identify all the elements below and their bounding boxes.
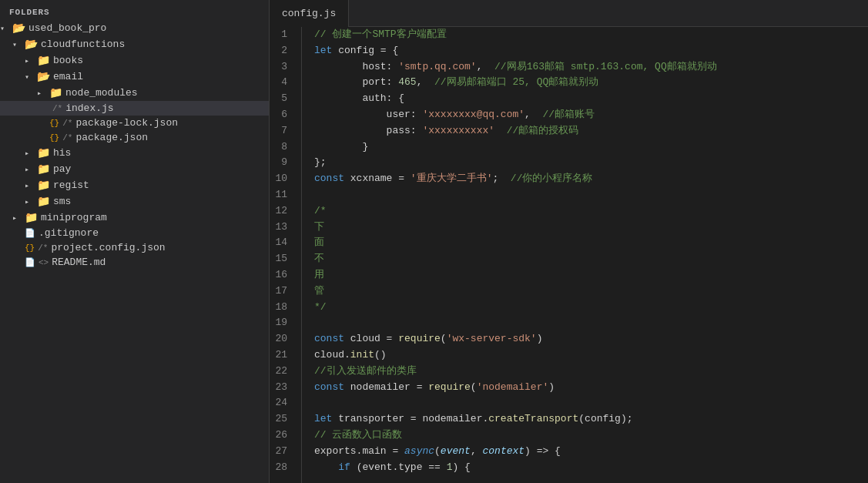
token-plain: ) { (452, 461, 470, 473)
folder-arrow: ▸ (25, 197, 37, 206)
code-line: exports.main = async(event, context) => … (314, 444, 868, 460)
token-string: 'xxxxxxxxxx' (422, 125, 494, 136)
tree-item-package_lock_json[interactable]: {}/*package-lock.json (0, 116, 269, 130)
token-plain: ( (434, 445, 441, 457)
code-line: port: 465, //网易邮箱端口 25, QQ邮箱就别动 (314, 75, 868, 91)
token-plain: cloud = (344, 333, 398, 344)
token-plain: } (314, 141, 368, 153)
line-number: 12 (270, 203, 295, 220)
line-number: 3 (270, 59, 295, 75)
code-line: let transporter = nodemailer.createTrans… (314, 411, 868, 428)
token-plain: host: (314, 61, 398, 72)
tree-item-email[interactable]: ▾📂email (0, 69, 269, 85)
token-var: event (441, 445, 471, 457)
code-line: const cloud = require('wx-server-sdk') (314, 331, 868, 347)
code-line: 用 (314, 267, 868, 283)
folder-arrow: ▸ (12, 213, 25, 223)
folder-arrow: ▾ (0, 24, 12, 33)
tree-item-cloudfunctions[interactable]: ▾📂cloudfunctions (0, 36, 269, 52)
token-keyword: const (314, 381, 344, 393)
line-number: 13 (270, 220, 295, 236)
code-line (314, 395, 868, 411)
tree-item-regist[interactable]: ▸📁regist (0, 177, 269, 193)
tree-item-label: his (53, 147, 269, 159)
tree-item-index_js[interactable]: /*index.js (0, 101, 269, 116)
line-numbers: 1234567891011121314151617181920212223242… (270, 27, 302, 483)
folder-arrow: ▾ (12, 40, 25, 49)
tree-item-label: project.config.json (51, 242, 269, 253)
tree-item-sms[interactable]: ▸📁sms (0, 193, 269, 210)
token-function: require (398, 333, 441, 344)
token-plain: auth: { (314, 92, 404, 104)
token-comment-zh: 下 (314, 221, 324, 233)
token-plain: transporter = nodemailer. (332, 413, 488, 424)
line-number: 10 (270, 171, 295, 187)
tree-item-his[interactable]: ▸📁his (0, 145, 269, 161)
token-plain: config = { (332, 45, 398, 56)
tree-item-package_json[interactable]: {}/*package.json (0, 130, 269, 145)
folder-icon: 📁 (37, 163, 50, 176)
token-comment: //你的小程序名称 (498, 173, 592, 184)
code-lines: // 创建一个SMTP客户端配置let config = { host: 'sm… (302, 27, 868, 483)
token-comment-zh: 不 (314, 253, 324, 264)
code-line: } (314, 139, 868, 156)
token-keyword: if (338, 461, 350, 473)
line-number: 6 (270, 107, 295, 123)
line-number: 20 (270, 331, 295, 347)
line-number: 16 (270, 267, 295, 283)
file-tree: ▾📂used_book_pro▾📂cloudfunctions▸📁books▾📂… (0, 20, 269, 270)
line-number: 11 (270, 187, 295, 203)
tab-bar: config.js (270, 0, 868, 27)
folder-arrow: ▸ (37, 89, 49, 98)
code-area[interactable]: 1234567891011121314151617181920212223242… (270, 27, 868, 483)
tree-item-used_book_pro[interactable]: ▾📂used_book_pro (0, 20, 269, 36)
line-number: 15 (270, 251, 295, 267)
file-prefix: /* (52, 104, 62, 113)
token-plain: (config); (578, 413, 632, 424)
token-plain: , (471, 445, 483, 457)
editor-panel: config.js 123456789101112131415161718192… (270, 0, 868, 483)
tree-item-readme_md[interactable]: 📄<>README.md (0, 255, 269, 270)
tree-item-miniprogram[interactable]: ▸📁miniprogram (0, 210, 269, 226)
tree-item-pay[interactable]: ▸📁pay (0, 161, 269, 177)
line-number: 4 (270, 75, 295, 91)
tree-item-label: README.md (52, 257, 269, 268)
token-function: init (350, 349, 374, 361)
token-plain: }; (314, 156, 327, 168)
token-number: 465 (398, 76, 416, 88)
token-plain: ) => { (524, 445, 561, 457)
token-plain: pass: (314, 125, 422, 136)
folder-arrow: ▸ (25, 56, 37, 65)
tree-item-project_config_json[interactable]: {}/*project.config.json (0, 240, 269, 255)
folder-icon: 📁 (37, 179, 50, 192)
code-line: //引入发送邮件的类库 (314, 364, 868, 380)
token-var: context (482, 445, 524, 457)
tree-item-gitignore[interactable]: 📄.gitignore (0, 226, 269, 240)
token-plain: cloud. (314, 349, 350, 361)
token-plain: ) (548, 381, 555, 393)
tree-item-label: index.js (65, 102, 269, 114)
editor-tab-config-js[interactable]: config.js (270, 0, 349, 27)
file-prefix: /* (38, 243, 48, 253)
folder-icon: 📂 (37, 70, 50, 83)
tree-item-node_modules[interactable]: ▸📁node_modules (0, 85, 269, 101)
code-line: host: 'smtp.qq.com', //网易163邮箱 smtp.163.… (314, 59, 868, 75)
token-comment-zh: 管 (314, 285, 324, 297)
folder-icon: 📂 (25, 38, 38, 51)
token-plain: exports.main = (314, 445, 404, 457)
file-icon: 📄 (25, 228, 35, 238)
token-function: createTransport (488, 413, 578, 424)
code-line: auth: { (314, 91, 868, 107)
tree-item-books[interactable]: ▸📁books (0, 52, 269, 69)
code-line: cloud.init() (314, 347, 868, 364)
line-number: 7 (270, 123, 295, 139)
file-icon: {} (49, 133, 59, 143)
token-comment-zh: 面 (314, 236, 324, 248)
code-line: */ (314, 300, 868, 316)
file-prefix: /* (62, 119, 72, 128)
token-comment: */ (314, 301, 327, 313)
token-comment: //邮箱账号 (531, 109, 595, 120)
token-keyword: let (314, 45, 332, 56)
token-plain: ( (441, 333, 447, 344)
tree-item-label: node_modules (65, 87, 269, 99)
